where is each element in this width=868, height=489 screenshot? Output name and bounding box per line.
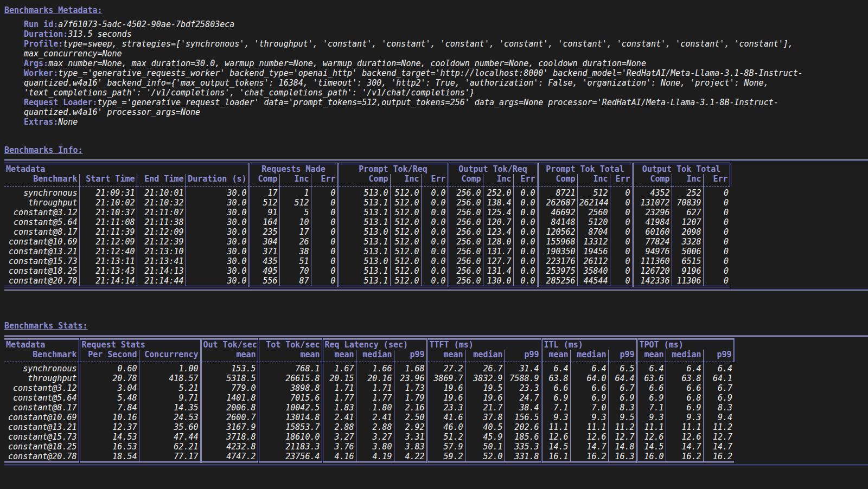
cell: 0.0: [421, 227, 448, 237]
cell: 252.0: [483, 186, 513, 198]
cell: 52.0: [465, 452, 505, 462]
field-value: type_='generative_request_loader' data='…: [24, 98, 778, 117]
cell: 14.35: [139, 403, 201, 413]
cell: 253975: [538, 266, 577, 276]
cell: 77824: [633, 237, 672, 247]
cell: 21:12:09: [79, 237, 137, 247]
cell: 512.0: [390, 247, 421, 256]
column-header-err-12: Err: [513, 174, 538, 186]
cell: 0.0: [421, 186, 448, 198]
cell: 11.2: [703, 422, 734, 432]
cell: 21:09:31: [79, 186, 137, 198]
field-value: a7f61073-5adc-4502-90ae-7bdf25803eca: [58, 20, 234, 29]
cell: 87: [279, 276, 311, 287]
cell: 6.6: [570, 383, 608, 393]
cell: 91: [249, 208, 279, 217]
cell: 0: [703, 276, 730, 287]
cell: 26: [279, 237, 311, 247]
cell: 12.37: [79, 422, 139, 432]
cell: 256.0: [448, 237, 483, 247]
cell: 21:11:07: [137, 208, 186, 217]
column-header-end-time-2: End Time: [137, 174, 186, 186]
group-header-requests-made: Requests Made: [249, 164, 338, 175]
cell: 0: [610, 198, 633, 208]
cell: 2.92: [394, 422, 427, 432]
benchmarks-stats-heading: Benchmarks Stats:: [4, 321, 868, 331]
cell: 3.83: [394, 442, 427, 452]
cell: 262144: [577, 198, 610, 208]
column-header-p99-10: p99: [505, 350, 541, 362]
cell: 7588.9: [505, 374, 541, 383]
cell: 5.21: [139, 383, 201, 393]
table-row-synchronous: synchronous21:09:3121:10:0130.01710513.0…: [4, 186, 730, 198]
cell: 30.0: [186, 208, 249, 217]
cell: 21:14:44: [137, 276, 186, 287]
cell: 14.7: [703, 442, 734, 452]
field-label: Run id:: [24, 20, 58, 29]
cell: 256.0: [448, 208, 483, 217]
cell: 6.9: [666, 403, 703, 413]
column-header-benchmark-0: Benchmark: [4, 350, 79, 362]
column-header-p99-7: p99: [394, 350, 427, 362]
cell: 6.7: [608, 383, 637, 393]
cell: 11.2: [608, 422, 637, 432]
cell: 12.6: [666, 432, 703, 442]
table-row-constant-20-78: constant@20.7821:14:1421:14:4430.0556870…: [4, 276, 730, 287]
cell: 512.0: [390, 276, 421, 287]
cell: 40.5: [465, 422, 505, 432]
cell: 256.0: [448, 276, 483, 287]
cell: 779.0: [201, 383, 258, 393]
field-label: Duration:: [24, 29, 68, 39]
cell: 21:10:02: [79, 198, 137, 208]
cell: 1.00: [139, 362, 201, 374]
cell: 131.4: [483, 266, 513, 276]
cell: 13312: [577, 237, 610, 247]
cell: 8.3: [608, 403, 637, 413]
cell: 18.54: [79, 452, 139, 462]
cell: 512.0: [390, 237, 421, 247]
cell: 19.6: [465, 393, 505, 403]
cell: 331.8: [505, 452, 541, 462]
cell: 10: [279, 217, 311, 227]
cell: 17: [279, 227, 311, 237]
table-row-constant-15-73: constant@15.7314.5347.443718.818610.03.2…: [4, 432, 734, 442]
cell: 2560: [577, 208, 610, 217]
table-row-constant-18-25: constant@18.2521:13:4321:14:1330.0495700…: [4, 266, 730, 276]
cell: 0.0: [513, 237, 538, 247]
cell: 371: [249, 247, 279, 256]
cell: 3.31: [394, 432, 427, 442]
metadata-field-request-loader: Request Loader:type_='generative_request…: [24, 98, 848, 117]
cell: 30.0: [186, 217, 249, 227]
cell: 30.0: [186, 198, 249, 208]
cell: 0: [703, 227, 730, 237]
cell: 512: [577, 186, 610, 198]
group-header-out-tok-sec: Out Tok/sec: [201, 339, 258, 350]
cell: 0.0: [421, 247, 448, 256]
cell: 256.0: [448, 217, 483, 227]
column-header-duration-s-3: Duration (s): [186, 174, 249, 186]
cell: 26615.8: [258, 374, 322, 383]
cell: 16.53: [79, 442, 139, 452]
cell: 0.0: [421, 198, 448, 208]
group-header-request-stats: Request Stats: [79, 339, 201, 350]
group-header-output-tok-req: Output Tok/Req: [448, 164, 538, 175]
cell: 27.2: [427, 362, 465, 374]
table-row-constant-10-69: constant@10.6910.1624.532600.713014.82.4…: [4, 413, 734, 422]
cell: 2098: [672, 227, 703, 237]
cell: 9.71: [139, 393, 201, 403]
cell: 512.0: [390, 186, 421, 198]
group-header-prompt-tok-total: Prompt Tok Total: [538, 164, 633, 175]
cell: 512: [279, 198, 311, 208]
cell: 46.0: [427, 422, 465, 432]
cell: 3869.7: [427, 374, 465, 383]
metadata-field-worker: Worker:type_='generative_requests_worker…: [24, 68, 848, 98]
cell: 556: [249, 276, 279, 287]
cell: 16.2: [570, 452, 608, 462]
cell: 2.88: [322, 422, 356, 432]
cell: 3.27: [356, 432, 394, 442]
group-header-metadata: Metadata: [4, 339, 79, 350]
table-row-constant-3-12: constant@3.123.045.21779.03898.81.711.71…: [4, 383, 734, 393]
cell: 223176: [538, 256, 577, 266]
cell: 3167.9: [201, 422, 258, 432]
table-row-constant-8-17: constant@8.177.8414.352006.810042.51.831…: [4, 403, 734, 413]
